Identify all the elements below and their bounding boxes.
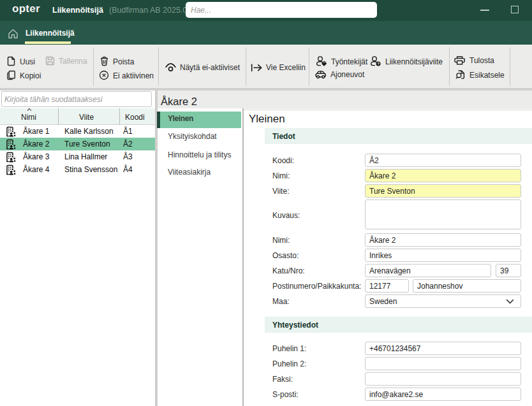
- svg-text:?: ?: [377, 62, 380, 66]
